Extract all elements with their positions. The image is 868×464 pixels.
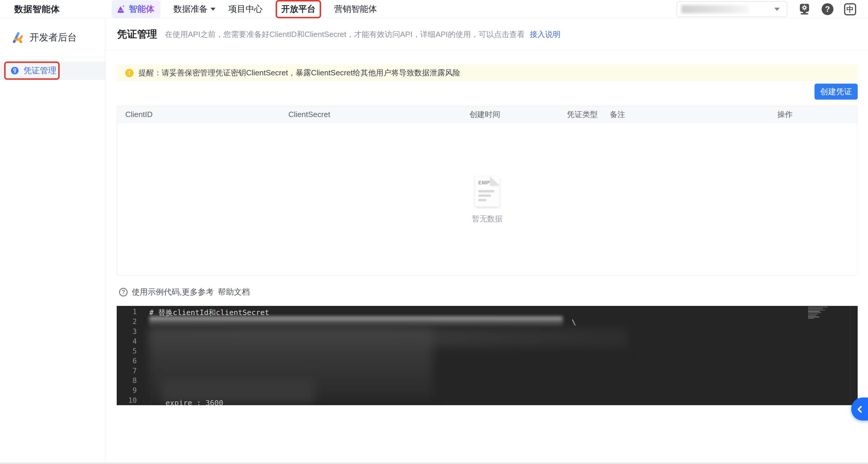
code-editor[interactable]: 1 2 3 4 5 6 7 8 9 10 # 替换clientId和client… xyxy=(117,306,858,405)
console-settings-icon[interactable] xyxy=(798,3,811,16)
nav-tab-data-prep[interactable]: 数据准备 xyxy=(174,3,215,15)
top-navbar: 数据智能体 智能体 数据准备 xyxy=(0,0,868,18)
line-number: 1 xyxy=(117,307,137,317)
line-number: 3 xyxy=(117,327,137,337)
language-glyph: 中 xyxy=(846,4,854,14)
app-root: 数据智能体 智能体 数据准备 xyxy=(0,0,868,464)
developer-console-logo-icon xyxy=(11,31,24,44)
nav-tab-open-platform[interactable]: 开放平台 xyxy=(281,3,315,15)
nav-tab-label: 营销智能体 xyxy=(334,3,377,15)
create-credential-button[interactable]: 创建凭证 xyxy=(814,84,858,100)
line-number: 2 xyxy=(117,317,137,327)
column-header-credential-type: 凭证类型 xyxy=(567,106,598,123)
workspace-select-blurred-value xyxy=(681,5,749,13)
code-line-expire: expire : 3600 xyxy=(165,398,223,405)
page-description: 在使用API之前，您需要准备好ClientID和ClientSecret，才能有… xyxy=(165,29,560,40)
sidebar-title: 开发者后台 xyxy=(30,31,77,44)
page-description-text: 在使用API之前，您需要准备好ClientID和ClientSecret，才能有… xyxy=(165,30,525,39)
agent-triangle-icon xyxy=(116,4,126,14)
empty-state: EMPTY 暂无数据 xyxy=(117,177,857,224)
security-warning-alert: ! 提醒：请妥善保密管理凭证密钥ClientSecret，暴露ClientSec… xyxy=(117,64,858,81)
line-number: 8 xyxy=(117,376,137,386)
access-guide-link[interactable]: 接入说明 xyxy=(530,30,560,39)
navbar-right-cluster: ? 中 xyxy=(677,0,856,18)
sidebar-item-label: 凭证管理 xyxy=(23,65,56,76)
column-header-actions: 操作 xyxy=(777,106,793,123)
folded-corner xyxy=(490,177,499,185)
column-header-remark: 备注 xyxy=(610,106,625,123)
select-caret-icon xyxy=(774,8,780,11)
bottom-edge-strip xyxy=(0,463,868,464)
nav-tab-marketing-agent[interactable]: 营销智能体 xyxy=(334,3,377,15)
sidebar-brand: 开发者后台 xyxy=(0,18,105,57)
annotation-box-open-platform: 开放平台 xyxy=(276,0,321,18)
empty-document-icon: EMPTY xyxy=(475,177,499,207)
sample-caption-text: 使用示例代码,更多参考 xyxy=(132,287,214,297)
line-number: 7 xyxy=(117,366,137,376)
line-number-gutter: 1 2 3 4 5 6 7 8 9 10 xyxy=(117,307,137,405)
empty-state-text: 暂无数据 xyxy=(472,214,502,224)
question-circle-icon: ? xyxy=(119,288,128,297)
key-icon xyxy=(11,66,19,75)
chevron-left-icon xyxy=(855,404,865,415)
sidebar: 开发者后台 凭证管理 xyxy=(0,18,106,464)
sample-code-caption: ? 使用示例代码,更多参考 帮助文档 xyxy=(119,287,250,297)
line-number: 9 xyxy=(117,386,137,396)
sidebar-item-credentials[interactable]: 凭证管理 xyxy=(0,61,105,80)
main-content: 凭证管理 在使用API之前，您需要准备好ClientID和ClientSecre… xyxy=(106,18,868,464)
line-number: 5 xyxy=(117,346,137,356)
page-title: 凭证管理 xyxy=(117,28,157,41)
editor-minimap[interactable] xyxy=(808,307,828,318)
line-number: 6 xyxy=(117,356,137,366)
column-header-created-time: 创建时间 xyxy=(469,106,500,123)
minimap-divider xyxy=(850,306,850,405)
nav-tab-label: 项目中心 xyxy=(228,3,262,15)
column-header-clientsecret: ClientSecret xyxy=(288,106,330,123)
redacted-code-line-2 xyxy=(149,316,563,326)
help-glyph: ? xyxy=(825,5,830,14)
help-doc-link[interactable]: 帮助文档 xyxy=(218,287,250,297)
nav-tab-label: 数据准备 xyxy=(174,3,208,15)
chevron-down-icon xyxy=(211,8,215,11)
help-icon[interactable]: ? xyxy=(822,3,833,15)
page-header: 凭证管理 在使用API之前，您需要准备好ClientID和ClientSecre… xyxy=(106,18,868,51)
line-number: 10 xyxy=(117,396,137,405)
nav-tab-label: 开放平台 xyxy=(281,3,315,15)
language-icon[interactable]: 中 xyxy=(844,3,856,16)
workspace-select[interactable] xyxy=(677,1,787,17)
line-continuation-backslash: \ xyxy=(572,318,576,327)
column-header-clientid: ClientID xyxy=(125,106,152,123)
code-comment-line: # 替换clientId和clientSecret xyxy=(149,308,269,317)
product-logo-text: 数据智能体 xyxy=(14,0,60,18)
nav-tab-agent[interactable]: 智能体 xyxy=(112,0,160,18)
nav-tab-project-center[interactable]: 项目中心 xyxy=(228,3,262,15)
line-number: 4 xyxy=(117,337,137,346)
alert-text: 提醒：请妥善保密管理凭证密钥ClientSecret，暴露ClientSecre… xyxy=(138,68,460,78)
credentials-table: ClientID ClientSecret 创建时间 凭证类型 备注 操作 EM… xyxy=(117,106,858,275)
nav-tab-label: 智能体 xyxy=(129,3,155,15)
primary-nav: 智能体 数据准备 项目中心 开放平台 营销智能体 xyxy=(112,0,377,18)
warning-icon: ! xyxy=(125,69,133,77)
table-header-row: ClientID ClientSecret 创建时间 凭证类型 备注 操作 xyxy=(117,106,857,123)
